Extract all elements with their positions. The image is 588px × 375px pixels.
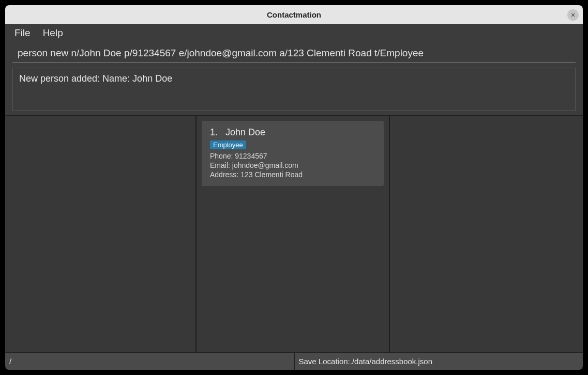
panel-center: 1. John Doe Employee Phone: 91234567 Ema… (197, 116, 390, 352)
panel-right (390, 116, 583, 352)
phone-value: 91234567 (235, 152, 267, 160)
card-phone-line: Phone: 91234567 (210, 151, 375, 161)
main-panels: 1. John Doe Employee Phone: 91234567 Ema… (5, 115, 583, 352)
close-button[interactable]: × (567, 9, 579, 21)
panel-left (5, 116, 197, 352)
footer-right: Save Location: ./data/addressbook.json (295, 353, 583, 370)
card-address-line: Address: 123 Clementi Road (210, 170, 375, 179)
close-icon: × (571, 11, 575, 19)
footer: / Save Location: ./data/addressbook.json (5, 352, 583, 370)
menu-help[interactable]: Help (43, 27, 63, 39)
footer-left-text: / (9, 357, 11, 366)
card-email-line: Email: johndoe@gmail.com (210, 161, 375, 170)
card-header: 1. John Doe (210, 127, 375, 138)
card-tag: Employee (210, 140, 246, 149)
card-name: John Doe (225, 127, 265, 137)
result-box: New person added: Name: John Doe (12, 68, 576, 111)
command-row (5, 42, 583, 62)
command-input[interactable] (12, 44, 576, 62)
save-location-path: ./data/addressbook.json (350, 357, 432, 366)
email-value: johndoe@gmail.com (232, 161, 298, 169)
contact-card[interactable]: 1. John Doe Employee Phone: 91234567 Ema… (202, 121, 384, 186)
window-title: Contactmation (267, 10, 321, 19)
app-window: Contactmation × File Help New person add… (5, 5, 583, 370)
address-label: Address: (210, 170, 240, 179)
phone-label: Phone: (210, 152, 235, 160)
result-text: New person added: Name: John Doe (19, 73, 172, 84)
menubar: File Help (5, 24, 583, 42)
email-label: Email: (210, 161, 232, 169)
address-value: 123 Clementi Road (240, 170, 303, 179)
menu-file[interactable]: File (14, 27, 31, 39)
result-row: New person added: Name: John Doe (5, 62, 583, 115)
card-index: 1. (210, 127, 218, 137)
footer-left: / (5, 353, 295, 370)
titlebar: Contactmation × (5, 5, 583, 24)
save-location-label: Save Location: (299, 357, 350, 366)
